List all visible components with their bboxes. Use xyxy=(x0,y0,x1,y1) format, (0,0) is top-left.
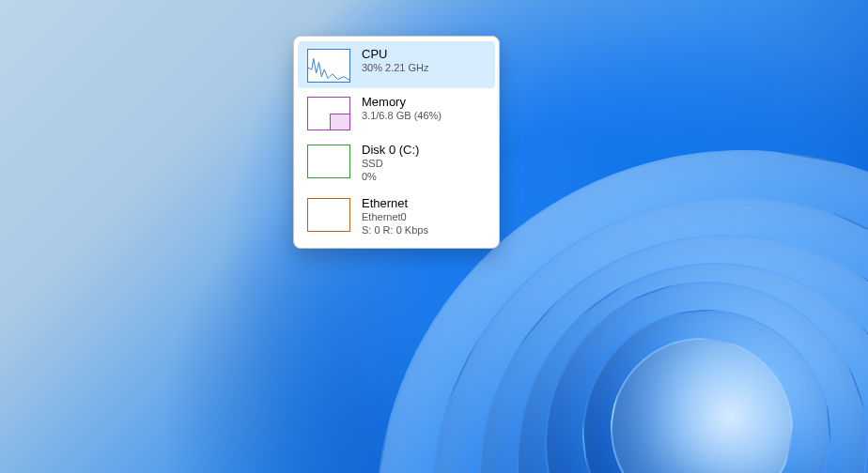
ethernet-rate: S: 0 R: 0 Kbps xyxy=(362,224,428,237)
disk-graph-icon xyxy=(307,145,350,178)
perf-item-disk[interactable]: Disk 0 (C:) SSD 0% xyxy=(298,137,495,190)
perf-item-ethernet[interactable]: Ethernet Ethernet0 S: 0 R: 0 Kbps xyxy=(298,191,495,243)
memory-graph-icon xyxy=(307,97,350,130)
performance-summary-panel: CPU 30% 2.21 GHz Memory 3.1/6.8 GB (46%)… xyxy=(293,36,500,249)
ethernet-adapter: Ethernet0 xyxy=(362,211,428,224)
cpu-usage: 30% 2.21 GHz xyxy=(362,62,429,75)
cpu-graph-icon xyxy=(307,49,350,83)
perf-item-memory[interactable]: Memory 3.1/6.8 GB (46%) xyxy=(298,89,495,136)
disk-usage: 0% xyxy=(362,171,419,184)
ethernet-graph-icon xyxy=(307,198,350,232)
perf-item-cpu[interactable]: CPU 30% 2.21 GHz xyxy=(298,41,495,88)
desktop-wallpaper: CPU 30% 2.21 GHz Memory 3.1/6.8 GB (46%)… xyxy=(0,0,868,473)
disk-title: Disk 0 (C:) xyxy=(362,143,419,158)
cpu-title: CPU xyxy=(362,47,429,62)
ethernet-title: Ethernet xyxy=(362,196,428,211)
disk-type: SSD xyxy=(362,158,419,171)
memory-usage: 3.1/6.8 GB (46%) xyxy=(362,110,442,123)
memory-title: Memory xyxy=(362,95,442,110)
